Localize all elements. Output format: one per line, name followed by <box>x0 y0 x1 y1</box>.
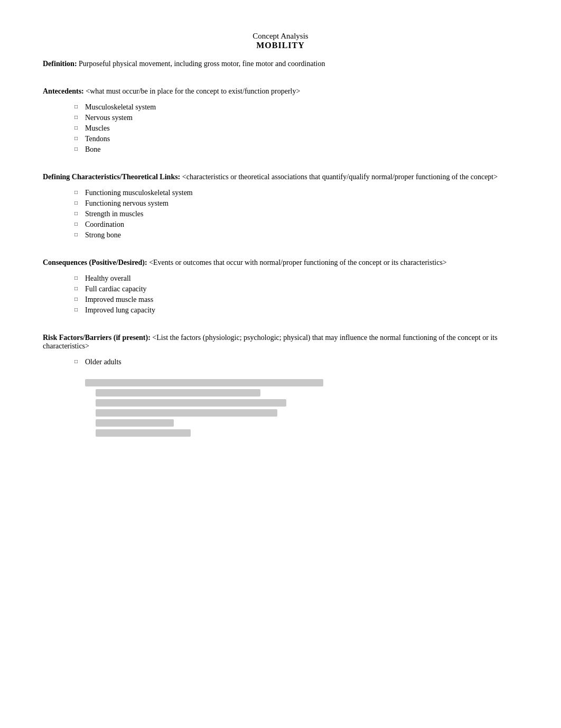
list-item: Older adults <box>74 358 518 366</box>
definition-section: Definition: Purposeful physical movement… <box>43 60 518 68</box>
list-item: Full cardiac capacity <box>74 285 518 293</box>
list-item: Functioning musculoskeletal system <box>74 189 518 197</box>
blurred-content-block <box>43 379 518 437</box>
list-item: Coordination <box>74 220 518 229</box>
list-item <box>74 368 518 379</box>
antecedents-header: Antecedents: <what must occur/be in plac… <box>43 87 518 96</box>
list-item: Improved lung capacity <box>74 306 518 315</box>
blurred-line <box>96 389 260 397</box>
list-item: Bone <box>74 145 518 154</box>
antecedents-description: <what must occur/be in place for the con… <box>84 87 301 95</box>
defining-characteristics-header: Defining Characteristics/Theoretical Lin… <box>43 173 518 181</box>
blurred-line <box>85 379 323 386</box>
defining-characteristics-section: Defining Characteristics/Theoretical Lin… <box>43 173 518 239</box>
risk-factors-list: Older adults <box>43 358 518 379</box>
page-container: Concept Analysis MOBILITY Definition: Pu… <box>43 32 518 437</box>
title-section: Concept Analysis MOBILITY <box>43 32 518 50</box>
blurred-line <box>96 419 174 427</box>
list-item: Musculoskeletal system <box>74 103 518 112</box>
defining-characteristics-description: <characteristics or theoretical associat… <box>180 173 498 181</box>
blurred-line <box>96 429 191 437</box>
blurred-line <box>96 409 277 417</box>
consequences-label: Consequences (Positive/Desired): <box>43 259 147 266</box>
defining-characteristics-label: Defining Characteristics/Theoretical Lin… <box>43 173 180 181</box>
consequences-list: Healthy overall Full cardiac capacity Im… <box>43 274 518 315</box>
list-item: Improved muscle mass <box>74 296 518 304</box>
risk-factors-label: Risk Factors/Barriers (if present): <box>43 334 151 342</box>
consequences-description: <Events or outcomes that occur with norm… <box>147 259 447 266</box>
antecedents-label: Antecedents: <box>43 87 84 95</box>
concept-analysis-title: Concept Analysis <box>43 32 518 41</box>
antecedents-list: Musculoskeletal system Nervous system Mu… <box>43 103 518 154</box>
list-item: Functioning nervous system <box>74 199 518 208</box>
blurred-line <box>96 399 286 407</box>
list-item: Strength in muscles <box>74 210 518 218</box>
defining-characteristics-list: Functioning musculoskeletal system Funct… <box>43 189 518 239</box>
definition-text: Definition: Purposeful physical movement… <box>43 60 325 68</box>
antecedents-section: Antecedents: <what must occur/be in plac… <box>43 87 518 154</box>
risk-factors-header: Risk Factors/Barriers (if present): <Lis… <box>43 334 518 351</box>
list-item: Nervous system <box>74 114 518 122</box>
definition-label: Definition: <box>43 60 77 68</box>
consequences-section: Consequences (Positive/Desired): <Events… <box>43 259 518 315</box>
consequences-header: Consequences (Positive/Desired): <Events… <box>43 259 518 267</box>
list-item: Tendons <box>74 135 518 143</box>
risk-factors-section: Risk Factors/Barriers (if present): <Lis… <box>43 334 518 437</box>
definition-content: Purposeful physical movement, including … <box>77 60 325 68</box>
mobility-title: MOBILITY <box>43 41 518 50</box>
list-item: Strong bone <box>74 231 518 239</box>
list-item: Healthy overall <box>74 274 518 283</box>
list-item: Muscles <box>74 124 518 133</box>
